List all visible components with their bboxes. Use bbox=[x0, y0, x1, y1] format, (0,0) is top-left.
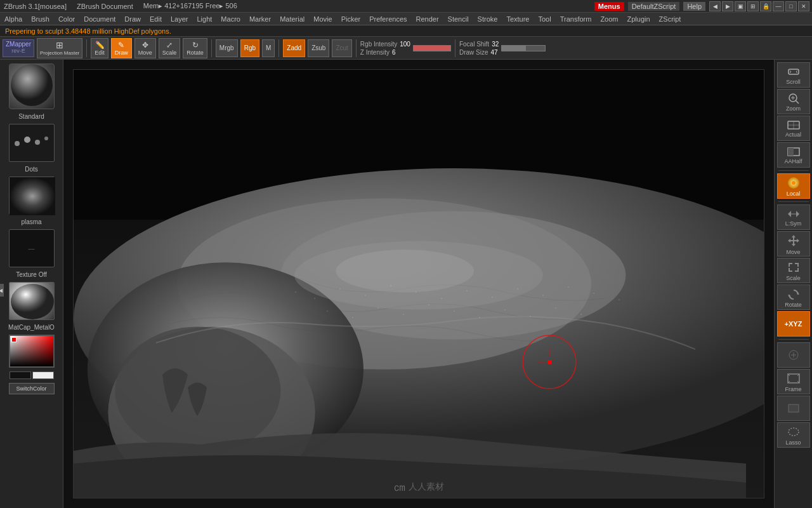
menu-render[interactable]: Render bbox=[414, 14, 441, 24]
svg-point-27 bbox=[542, 295, 544, 296]
menu-zscript[interactable]: ZScript bbox=[657, 14, 683, 24]
menu-stencil[interactable]: Stencil bbox=[446, 14, 471, 24]
frame-button[interactable]: Frame bbox=[777, 369, 810, 394]
svg-point-32 bbox=[352, 317, 353, 318]
color-picker[interactable] bbox=[9, 335, 55, 368]
scroll-label: Scroll bbox=[786, 79, 801, 85]
rgb-button[interactable]: Rgb bbox=[240, 39, 259, 57]
menu-marker[interactable]: Marker bbox=[247, 14, 273, 24]
svg-point-16 bbox=[336, 250, 474, 292]
canvas-area[interactable]: ㎝ 人人素材 bbox=[63, 60, 774, 508]
menus-button[interactable]: Menus bbox=[594, 2, 624, 11]
lasso-button[interactable]: Lasso bbox=[777, 422, 810, 448]
rotate-right-label: Rotate bbox=[785, 302, 802, 308]
svg-point-57 bbox=[792, 181, 796, 185]
title-text: ZBrush 3.1[mousea] bbox=[4, 3, 67, 10]
menu-color[interactable]: Color bbox=[56, 14, 77, 24]
move-button[interactable]: ✥ Move bbox=[134, 38, 156, 58]
empty-btn-2[interactable] bbox=[777, 396, 810, 421]
draw-button[interactable]: ✎ Draw bbox=[111, 38, 132, 58]
edit-button[interactable]: ✏️ Edit bbox=[91, 38, 108, 58]
menu-tool[interactable]: Tool bbox=[536, 14, 553, 24]
m-button[interactable]: M bbox=[262, 39, 275, 57]
help-button[interactable]: Help bbox=[683, 2, 705, 11]
svg-point-36 bbox=[454, 311, 455, 312]
title-icon-4[interactable]: ⊞ bbox=[747, 1, 759, 11]
swatch-white[interactable] bbox=[32, 371, 54, 379]
actual-button[interactable]: Actual bbox=[777, 116, 810, 141]
toolbar: ZMapper rev-E ⊞ Projection Master ✏️ Edi… bbox=[0, 37, 812, 60]
svg-point-28 bbox=[568, 286, 569, 288]
menu-picker[interactable]: Picker bbox=[339, 14, 363, 24]
texture-preview[interactable]: — bbox=[9, 229, 55, 267]
title-icon-5[interactable]: 🔒 bbox=[760, 1, 771, 11]
menu-preferences[interactable]: Preferences bbox=[367, 14, 409, 24]
title-icon-next[interactable]: ▶ bbox=[722, 1, 733, 11]
aahalf-button[interactable]: AAHalf bbox=[777, 142, 810, 168]
rotate-button[interactable]: ↻ Rotate bbox=[183, 38, 207, 58]
focal-shift-slider[interactable] bbox=[501, 45, 546, 51]
zmapper-button[interactable]: ZMapper rev-E bbox=[3, 39, 34, 57]
title-icon-7[interactable]: □ bbox=[785, 1, 797, 11]
zoom-button[interactable]: Zoom bbox=[777, 89, 810, 114]
zmapper-sub: rev-E bbox=[11, 48, 25, 54]
scale-button[interactable]: ⤢ Scale bbox=[159, 38, 181, 58]
status-bar: Prepering to sculpt 3.48448 million High… bbox=[0, 25, 812, 37]
zadd-button[interactable]: Zadd bbox=[283, 39, 305, 57]
projection-master-button[interactable]: ⊞ Projection Master bbox=[37, 38, 82, 58]
brush-preview[interactable] bbox=[9, 64, 55, 109]
title-doc: ZBrush Document bbox=[77, 3, 133, 10]
empty-btn-1[interactable] bbox=[777, 342, 810, 368]
title-icon-6[interactable]: — bbox=[773, 1, 784, 11]
menu-draw[interactable]: Draw bbox=[122, 14, 143, 24]
rgb-intensity-slider[interactable] bbox=[413, 45, 451, 51]
title-icon-close[interactable]: ✕ bbox=[798, 1, 809, 11]
texture-label: Texture Off bbox=[16, 271, 47, 278]
menu-transform[interactable]: Transform bbox=[558, 14, 594, 24]
menu-stroke[interactable]: Stroke bbox=[476, 14, 500, 24]
zcut-button[interactable]: Zcut bbox=[332, 39, 351, 57]
title-icon-prev[interactable]: ◀ bbox=[709, 1, 721, 11]
menu-alpha[interactable]: Alpha bbox=[3, 14, 24, 24]
swatch-black[interactable] bbox=[10, 371, 31, 379]
menu-light[interactable]: Light bbox=[195, 14, 214, 24]
lasso-label: Lasso bbox=[785, 439, 801, 446]
scale-right-button[interactable]: Scale bbox=[777, 258, 810, 283]
rotate-right-button[interactable]: Rotate bbox=[777, 284, 810, 310]
alpha-preview[interactable] bbox=[9, 177, 55, 215]
svg-rect-43 bbox=[547, 360, 551, 364]
svg-point-24 bbox=[466, 290, 468, 291]
title-icon-3[interactable]: ▣ bbox=[735, 1, 746, 11]
zsub-button[interactable]: Zsub bbox=[308, 39, 329, 57]
menu-document[interactable]: Document bbox=[82, 14, 117, 24]
right-panel: Scroll Zoom Actual bbox=[774, 60, 812, 508]
svg-point-23 bbox=[441, 298, 442, 299]
status-message: Prepering to sculpt 3.48448 million High… bbox=[5, 27, 171, 35]
scroll-button[interactable]: Scroll bbox=[777, 62, 810, 88]
main-layout: ◀ Standard bbox=[0, 60, 812, 508]
menu-macro[interactable]: Macro bbox=[219, 14, 242, 24]
menu-edit[interactable]: Edit bbox=[148, 14, 164, 24]
default-script-button[interactable]: DefaultZScript bbox=[628, 2, 680, 11]
menu-zoom[interactable]: Zoom bbox=[598, 14, 620, 24]
menu-brush[interactable]: Brush bbox=[29, 14, 51, 24]
switch-color-button[interactable]: SwitchColor bbox=[9, 383, 55, 394]
projection-master-label: Projection Master bbox=[40, 50, 79, 56]
panel-collapse-arrow[interactable]: ◀ bbox=[0, 284, 4, 297]
stroke-label: Dots bbox=[25, 166, 38, 173]
move-right-button[interactable]: Move bbox=[777, 231, 810, 257]
matcap-preview[interactable] bbox=[9, 282, 55, 320]
xyz-button[interactable]: +XYZ bbox=[777, 311, 810, 337]
rgb-intensity-label: Rgb Intensity bbox=[360, 41, 397, 48]
menu-texture[interactable]: Texture bbox=[504, 14, 531, 24]
menu-zplugin[interactable]: Zplugin bbox=[625, 14, 652, 24]
menu-movie[interactable]: Movie bbox=[311, 14, 334, 24]
mrgb-button[interactable]: Mrgb bbox=[216, 39, 238, 57]
stroke-preview[interactable] bbox=[9, 124, 55, 162]
local-button[interactable]: Local bbox=[777, 173, 810, 199]
svg-point-25 bbox=[492, 297, 493, 298]
lsym-button[interactable]: L:Sym bbox=[777, 204, 810, 230]
menu-material[interactable]: Material bbox=[278, 14, 306, 24]
left-panel: ◀ Standard bbox=[0, 60, 63, 508]
menu-layer[interactable]: Layer bbox=[169, 14, 190, 24]
